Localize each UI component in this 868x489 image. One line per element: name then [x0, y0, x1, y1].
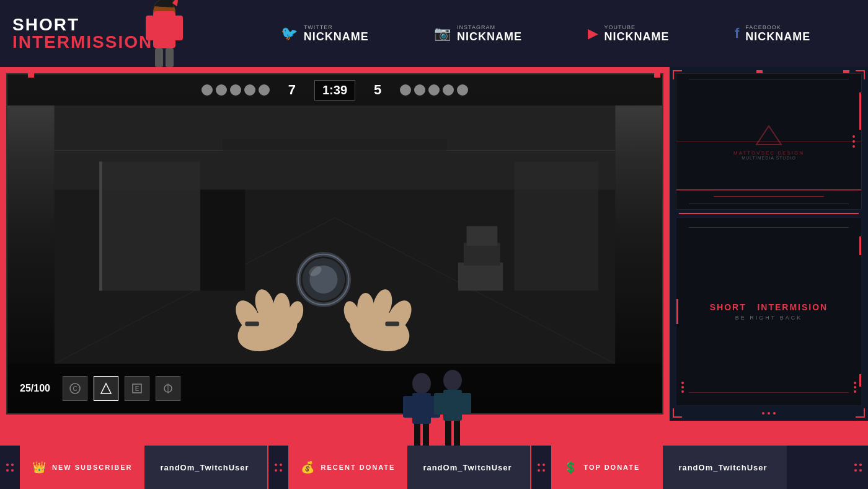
cam-deco-line-top	[689, 79, 849, 79]
hud-team-left	[202, 84, 270, 96]
facebook-platform: FACEBOOK	[745, 24, 810, 30]
player-icon-9	[443, 84, 454, 96]
game-screen-wrapper: 7 1:39 5	[0, 67, 670, 421]
donate-value-box: randOm_TwitchUser	[407, 446, 531, 489]
intermission-subtitle: BE RIGHT BACK	[735, 315, 802, 321]
int-right-accent-2	[859, 374, 861, 387]
twitter-platform: TWITTER	[304, 24, 369, 30]
social-twitter: 🐦 TWITTER NICKNAME	[281, 24, 369, 43]
header-bar: SHORT INTERMISSION 🐦 TWITTER NICKNAME	[0, 0, 868, 67]
intermission-title-part1: SHORT	[710, 302, 746, 312]
svg-rect-4	[155, 48, 163, 67]
instagram-label: INSTAGRAM NICKNAME	[457, 24, 522, 43]
social-youtube: ▶ YOUTUBE NICKNAME	[588, 24, 670, 43]
game-scene-svg	[7, 105, 662, 364]
main-content: 7 1:39 5	[0, 67, 868, 421]
subscriber-label-box: 👑 NEW SUBSCRIBER	[20, 446, 144, 489]
int-dot-l2	[681, 386, 684, 388]
cam-deco-accent-bottom	[714, 196, 824, 197]
youtube-nickname: NICKNAME	[604, 30, 670, 43]
bottom-dot-row-m2	[275, 469, 282, 472]
donate-value: randOm_TwitchUser	[423, 463, 512, 472]
player-icon-10	[457, 84, 468, 96]
bottom-dot-row-r1	[854, 464, 862, 466]
player-icon-1	[202, 84, 213, 96]
intermission-accent-left	[676, 299, 678, 324]
bottom-dots-right	[848, 446, 868, 489]
player-icon-7	[414, 84, 425, 96]
int-dot-3	[854, 390, 856, 393]
subscriber-icon: 👑	[32, 460, 46, 474]
hud-team-right	[400, 84, 468, 96]
ability-slot-2	[94, 376, 118, 401]
subscriber-value: randOm_TwitchUser	[160, 463, 249, 472]
svg-rect-3	[174, 16, 183, 40]
bottom-dot-row-2	[6, 469, 14, 472]
instagram-icon: 📷	[434, 25, 451, 42]
b-dot-m2	[280, 464, 282, 466]
svg-rect-68	[454, 421, 460, 446]
youtube-label: YOUTUBE NICKNAME	[604, 24, 670, 43]
twitter-nickname: NICKNAME	[304, 30, 369, 43]
rp-dot-3	[773, 412, 776, 415]
hud-health: 25/100	[20, 383, 50, 394]
b-dot-m6	[542, 464, 545, 466]
player-icon-5	[259, 84, 270, 96]
character-art	[124, 0, 205, 68]
svg-text:C: C	[73, 385, 77, 392]
intermission-title-part2: INTERMISION	[757, 302, 828, 312]
bottom-dot-row-1	[6, 464, 14, 466]
intermission-title: SHORT INTERMISION	[710, 302, 828, 312]
svg-point-34	[273, 293, 290, 322]
game-scene	[7, 105, 662, 364]
top-donate-value-box: randOm_TwitchUser	[663, 446, 787, 489]
cam-deco-line-bottom	[689, 204, 849, 204]
facebook-icon: f	[735, 25, 739, 42]
top-donate-value: randOm_TwitchUser	[678, 463, 767, 472]
intermission-dots-right	[854, 382, 856, 393]
score-right: 5	[374, 82, 381, 98]
cam-dot-1	[852, 135, 855, 138]
svg-rect-1	[153, 11, 175, 48]
hud-top: 7 1:39 5	[7, 74, 662, 105]
rp-dot-2	[768, 412, 770, 415]
subscriber-value-box: randOm_TwitchUser	[144, 446, 268, 489]
b-dot-r1	[854, 464, 857, 466]
svg-marker-50	[101, 384, 111, 393]
twitter-label: TWITTER NICKNAME	[304, 24, 369, 43]
svg-rect-26	[464, 243, 500, 266]
gs-deco-3	[28, 436, 34, 442]
cam-dots	[852, 135, 855, 148]
svg-rect-24	[200, 190, 245, 291]
svg-rect-62	[423, 424, 429, 446]
gs-deco-1	[28, 71, 34, 78]
donate-label-box: 💰 RECENT DONATE	[288, 446, 407, 489]
rp-dot-1	[762, 412, 764, 415]
int-bottom-line	[689, 392, 849, 393]
b-dot-r3	[854, 469, 857, 472]
b-dot-1	[6, 464, 9, 466]
svg-rect-2	[146, 16, 154, 40]
b-dot-m7	[538, 469, 540, 472]
donate-label: RECENT DONATE	[321, 464, 395, 471]
b-dot-2	[11, 464, 14, 466]
game-screen: 7 1:39 5	[6, 73, 663, 415]
svg-marker-55	[756, 126, 781, 145]
youtube-platform: YOUTUBE	[604, 24, 670, 30]
b-dot-m8	[542, 469, 545, 472]
top-donate-section: 💲 TOP DONATE randOm_TwitchUser	[551, 446, 787, 489]
svg-rect-61	[414, 424, 420, 446]
donate-section: 💰 RECENT DONATE randOm_TwitchUser	[288, 446, 531, 489]
intermission-dots-left	[681, 382, 684, 393]
twitter-icon: 🐦	[281, 25, 298, 42]
b-dot-3	[6, 469, 9, 472]
instagram-platform: INSTAGRAM	[457, 24, 522, 30]
game-background: 7 1:39 5	[7, 74, 662, 413]
top-donate-icon: 💲	[564, 460, 577, 474]
hud-bottom: 25/100 C E	[7, 364, 662, 413]
rp-accent-bar-1	[679, 213, 859, 214]
int-dot-l3	[681, 390, 684, 393]
b-dot-m3	[275, 469, 277, 472]
b-dot-m5	[538, 464, 540, 466]
social-facebook: f FACEBOOK NICKNAME	[735, 24, 810, 43]
